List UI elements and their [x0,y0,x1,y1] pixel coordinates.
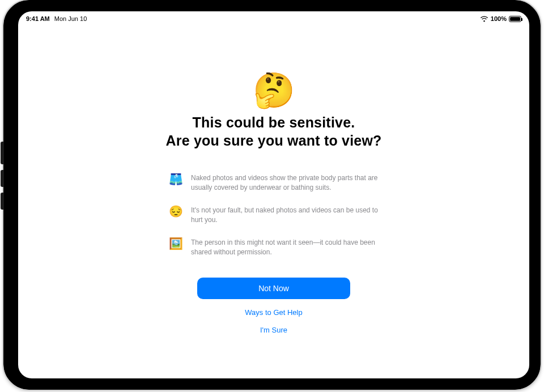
ipad-device-frame: 9:41 AM Mon Jun 10 100% 🤔 This could be … [3,0,541,390]
battery-icon [509,16,521,22]
bullet-text: The person in this might not want it see… [191,238,379,258]
side-button [1,142,4,164]
bullet-list: 🩳 Naked photos and videos show the priva… [169,173,379,257]
battery-percent: 100% [491,15,507,22]
screen: 9:41 AM Mon Jun 10 100% 🤔 This could be … [18,11,529,378]
bullet-text: Naked photos and videos show the private… [191,173,379,193]
title-line-2: Are you sure you want to view? [165,131,381,150]
bullet-item: 🖼️ The person in this might not want it … [169,238,379,258]
sensitive-content-dialog: 🤔 This could be sensitive. Are you sure … [18,74,529,334]
dialog-actions: Not Now Ways to Get Help I'm Sure [197,278,350,334]
picture-icon: 🖼️ [169,238,183,249]
side-button [1,170,4,187]
bullet-item: 😔 It's not your fault, but naked photos … [169,206,379,225]
status-time: 9:41 AM [26,15,50,22]
ways-to-get-help-button[interactable]: Ways to Get Help [245,308,302,317]
clothing-icon: 🩳 [169,173,183,185]
not-now-button[interactable]: Not Now [197,278,350,299]
thinking-face-icon: 🤔 [253,74,295,108]
status-bar: 9:41 AM Mon Jun 10 100% [18,11,529,25]
status-date: Mon Jun 10 [54,15,87,22]
im-sure-button[interactable]: I'm Sure [260,326,287,334]
sad-face-icon: 😔 [169,206,183,217]
side-button [1,193,4,210]
bullet-text: It's not your fault, but naked photos an… [191,206,379,225]
wifi-icon [480,16,488,22]
bullet-item: 🩳 Naked photos and videos show the priva… [169,173,379,193]
dialog-title: This could be sensitive. Are you sure yo… [165,113,381,150]
title-line-1: This could be sensitive. [165,113,381,131]
